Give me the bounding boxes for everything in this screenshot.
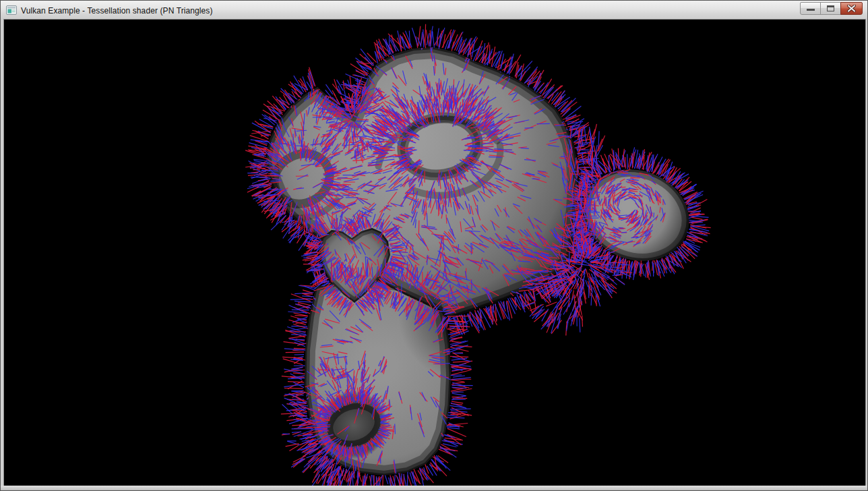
minimize-icon xyxy=(807,9,815,11)
app-window: Vulkan Example - Tessellation shader (PN… xyxy=(0,0,868,491)
close-button[interactable] xyxy=(840,2,863,15)
render-viewport[interactable] xyxy=(4,20,865,486)
viewport-frame xyxy=(4,20,865,486)
window-bottom-border xyxy=(1,486,867,490)
maximize-button[interactable] xyxy=(820,2,841,15)
app-icon[interactable] xyxy=(6,5,17,16)
close-icon xyxy=(847,5,856,12)
maximize-icon xyxy=(827,5,834,11)
titlebar[interactable]: Vulkan Example - Tessellation shader (PN… xyxy=(1,1,867,20)
window-controls xyxy=(800,2,863,15)
minimize-button[interactable] xyxy=(800,2,821,15)
window-title: Vulkan Example - Tessellation shader (PN… xyxy=(21,5,213,16)
